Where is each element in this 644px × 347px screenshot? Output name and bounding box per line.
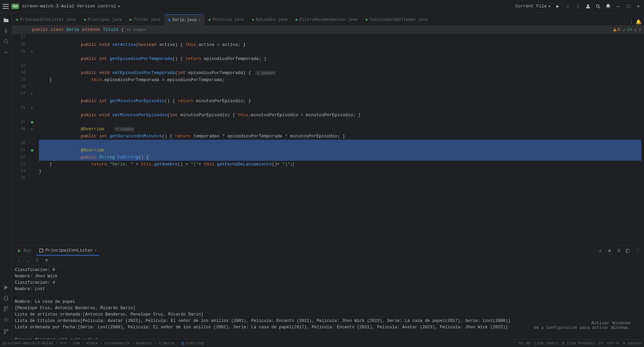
breadcrumb-tostring[interactable]: toString [181,341,204,345]
tab-calculadora[interactable]: CalculadoraDeTiempo.java [362,14,432,25]
rerun-icon[interactable]: ↺ [596,247,604,255]
svg-point-16 [4,310,5,311]
scroll-up-icon[interactable]: ↑ [15,257,22,265]
scroll-down-icon[interactable]: ↓ [24,257,32,265]
svg-point-3 [5,30,7,32]
status-indent[interactable]: 4 spaces [623,341,641,345]
tab-titulo[interactable]: Titulo.java [125,14,164,25]
tab-filtro[interactable]: FiltroRecomendacion.java [291,14,362,25]
editor-area: PrincipalConListas.java Principal.java T… [12,13,644,339]
editor-indicators: 5 29 ∧ ∨ [613,27,641,32]
code-line: public int getEpisodiosPorTemporada() { … [39,48,641,55]
chevron-down-icon[interactable]: ∨ [639,27,641,32]
bell-icon[interactable] [605,3,611,9]
tab-principal-con-listas[interactable]: PrincipalConListas.java [12,14,80,25]
status-bar: screen-match-3-Aula2 › src › com › alura… [0,339,644,347]
code-line: } [39,168,641,175]
sidebar-debug-icon[interactable] [1,293,11,303]
tabs-bar: PrincipalConListas.java Principal.java T… [12,13,644,25]
stop-icon[interactable]: ■ [606,247,613,255]
tab-episodio[interactable]: Episodio.java [248,14,291,25]
sidebar-settings-icon[interactable] [1,315,11,324]
version-control-button[interactable]: Version control ▾ [77,4,120,9]
breadcrumb-screenmatch[interactable]: screenmatch [104,341,130,345]
copy-icon[interactable] [625,247,632,255]
code-line: @Override [39,140,641,147]
star-icon[interactable]: ☆ [565,3,571,9]
minimize-button[interactable]: — [615,3,621,9]
tabs-more-button[interactable]: ⋮ 🔔 [626,18,644,25]
tab-principal[interactable]: Principal.java [80,14,126,25]
output-line: Clasificacion: 4 [15,280,641,286]
main-layout: ⋯ PrincipalConListas.java Principal.jav [0,13,644,339]
bottom-tabs: Run PrincipalConListas ✕ ↺ ■ ⏸ ⋮ [12,246,644,256]
tab-pelicula[interactable]: Pelicula.java [205,14,248,25]
tab-close-icon[interactable]: ✕ [199,18,201,22]
sidebar-search-icon[interactable] [1,37,11,46]
profile-icon[interactable] [585,3,591,9]
close-button[interactable]: ✕ [635,3,641,9]
line-numbers: 27 28 29 33 34 35 36 37 41 45 46 50 [12,34,28,245]
tab-serie[interactable]: Serie.java ✕ [164,14,205,25]
breakpoint-indicator[interactable] [31,121,34,124]
bottom-tab-close-icon[interactable]: ✕ [95,249,97,253]
project-badge: SA [11,4,19,9]
pause-icon[interactable]: ⏸ [615,247,623,255]
tab-dot [84,19,86,21]
tab-dot [168,19,170,21]
svg-point-1 [596,5,599,7]
svg-point-6 [4,40,7,43]
status-chars: (126 chars, 2 line breaks) [534,341,594,345]
run-icon[interactable]: ▶ [555,3,561,9]
breakpoint-indicator[interactable] [31,149,34,152]
output-line: Nombre: Lost [15,286,641,292]
status-lf[interactable]: LF [598,341,603,345]
warning-indicator: 5 [613,27,620,32]
text-icon[interactable]: T [34,257,41,265]
svg-rect-25 [627,250,630,253]
current-file-button[interactable]: Current File ▾ [516,4,551,9]
svg-point-28 [159,342,161,344]
output-toolbar: ↑ ↓ T [12,256,644,266]
svg-point-0 [587,4,589,6]
code-lines: public void setActiva(boolean activa) { … [36,34,644,245]
sidebar-branch-icon[interactable] [1,327,11,336]
chevron-up-icon[interactable]: ∧ [634,27,637,32]
sidebar-more-icon[interactable]: ⋯ [1,48,11,57]
bottom-tab-console[interactable]: PrincipalConListas ✕ [37,246,99,256]
search-icon[interactable] [595,3,601,9]
output-line: Clasificacion: 0 [15,267,641,273]
svg-marker-23 [18,249,21,253]
output-line [15,331,641,337]
bottom-tab-run[interactable]: Run [15,246,34,256]
status-left: screen-match-3-Aula2 › src › com › alura… [3,341,204,345]
sidebar-commit-icon[interactable] [1,26,11,36]
tab-dot [252,19,254,21]
breadcrumb-serie[interactable]: Serie [159,341,175,345]
filter-icon[interactable] [43,257,50,265]
breadcrumb-modelos[interactable]: modelos [136,341,152,345]
maximize-button[interactable]: □ [625,3,631,9]
breadcrumb-src[interactable]: src [60,341,67,345]
svg-rect-24 [40,249,43,252]
breadcrumb[interactable]: screen-match-3-Aula2 [3,341,53,345]
sidebar-folder-icon[interactable] [1,15,11,25]
status-position[interactable]: 52:85 [519,341,531,345]
tab-dot [129,19,131,21]
gutter: ▶ ▶ ▶ ▶ [28,34,36,245]
sidebar-git-icon[interactable] [1,304,11,314]
sidebar-run-icon[interactable] [1,283,11,292]
breadcrumb-com[interactable]: com [73,341,80,345]
more-options-icon[interactable]: ⋮ [575,3,581,9]
code-line: @Override 4 usages [39,119,641,126]
hamburger-menu-icon[interactable] [3,4,9,9]
svg-point-20 [7,329,8,331]
breadcrumb-alura[interactable]: alura [86,341,98,345]
svg-line-2 [599,7,600,8]
more-options-icon[interactable]: ⋮ [634,247,641,255]
svg-point-18 [4,329,5,331]
code-line [39,175,641,182]
code-editor[interactable]: 27 28 29 33 34 35 36 37 41 45 46 50 [12,34,644,245]
status-encoding[interactable]: UTF-8 [607,341,619,345]
tab-dot [16,19,18,21]
